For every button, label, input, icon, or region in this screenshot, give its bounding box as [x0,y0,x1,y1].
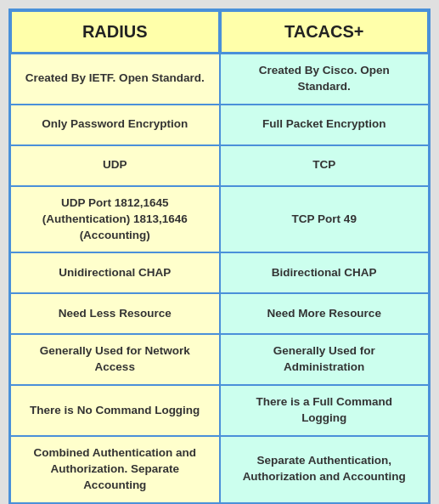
row8-left: There is No Command Logging [10,385,220,436]
row3-right: TCP [220,145,430,186]
table-row: Created By IETF. Open Standard. Created … [10,54,429,105]
table-row: Only Password Encryption Full Packet Enc… [10,105,429,145]
table-row: Need Less Resource Need More Resource [10,293,429,334]
table-row: UDP Port 1812,1645 (Authentication) 1813… [10,186,429,253]
row3-left: UDP [10,145,220,186]
row1-right: Created By Cisco. Open Standard. [220,54,430,105]
row8-right: There is a Full Command Logging [220,385,430,436]
row2-right: Full Packet Encryption [220,105,430,145]
row6-right: Need More Resource [220,293,430,334]
row4-right: TCP Port 49 [220,186,430,253]
row7-right: Generally Used for Administration [220,334,430,385]
table-row: Combined Authentication and Authorizatio… [10,436,429,503]
row4-left: UDP Port 1812,1645 (Authentication) 1813… [10,186,220,253]
table-row: Generally Used for Network Access Genera… [10,334,429,385]
row5-right: Bidirectional CHAP [220,252,430,293]
comparison-table: RADIUS TACACS+ Created By IETF. Open Sta… [8,8,431,504]
table-row: UDP TCP [10,145,429,186]
row9-left: Combined Authentication and Authorizatio… [10,436,220,503]
header-radius: RADIUS [10,10,220,54]
row5-left: Unidirectional CHAP [10,252,220,293]
row7-left: Generally Used for Network Access [10,334,220,385]
header-tacacs: TACACS+ [220,10,430,54]
row9-right: Separate Authentication, Authorization a… [220,436,430,503]
table-row: There is No Command Logging There is a F… [10,385,429,436]
row1-left: Created By IETF. Open Standard. [10,54,220,105]
table-header: RADIUS TACACS+ [10,10,429,54]
row6-left: Need Less Resource [10,293,220,334]
row2-left: Only Password Encryption [10,105,220,145]
table-row: Unidirectional CHAP Bidirectional CHAP [10,252,429,293]
